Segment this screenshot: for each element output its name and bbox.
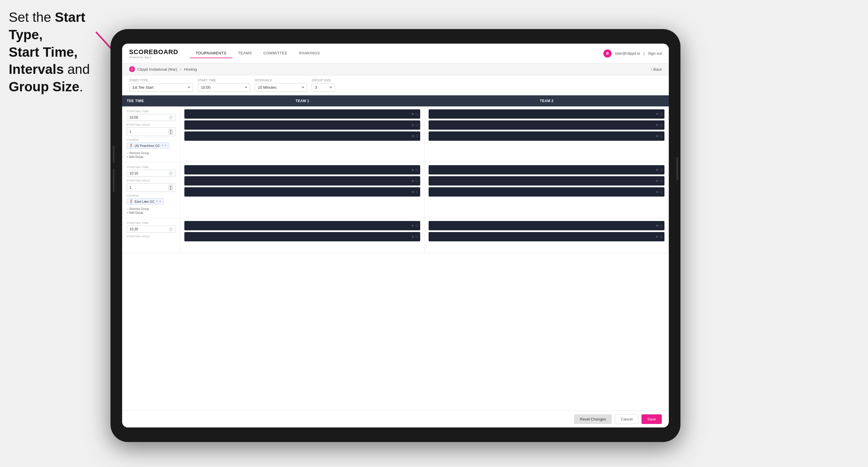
starting-hole-field-2[interactable]: 1 ▲ ▼ — [127, 183, 175, 192]
team1-cell-2: ✕ □ ✕ □ ✕ □ — [180, 162, 425, 218]
player-expand-2-2[interactable]: □ — [660, 123, 662, 127]
hole-stepper-1[interactable]: ▲ ▼ — [169, 129, 173, 135]
player-x-4-2[interactable]: ✕ — [656, 179, 658, 183]
player-row-3-1: ✕ □ — [184, 165, 420, 175]
save-button[interactable]: Save — [642, 414, 662, 424]
add-group-1[interactable]: + Add Group — [127, 155, 175, 158]
player-expand-1-3[interactable]: □ — [416, 134, 418, 138]
back-button[interactable]: ‹ Back — [651, 67, 662, 71]
course-icon-2: 🏌️ — [129, 199, 133, 203]
sign-out-link[interactable]: Sign out — [648, 51, 662, 56]
player-x-5-1[interactable]: ✕ — [411, 224, 414, 228]
player-x-4-3[interactable]: ✕ — [656, 190, 658, 194]
player-x-2-3[interactable]: ✕ — [656, 134, 658, 138]
cancel-button[interactable]: Cancel — [615, 414, 639, 424]
player-expand-6-2[interactable]: □ — [660, 235, 662, 239]
nav-separator: | — [644, 51, 644, 56]
player-expand-5-2[interactable]: □ — [416, 235, 418, 239]
player-row-3-2: ✕ □ — [184, 176, 420, 186]
player-expand-1-2[interactable]: □ — [416, 123, 418, 127]
intervals-group: Intervals 10 Minutes — [255, 79, 307, 92]
clock-icon-2: 🕐 — [169, 172, 173, 175]
player-x-2-1[interactable]: ✕ — [656, 112, 658, 116]
instruction-text-and: and — [64, 62, 90, 77]
player-expand-3-3[interactable]: □ — [416, 190, 418, 194]
instruction-bold-group-size: Group Size — [9, 79, 80, 94]
player-x-1-2[interactable]: ✕ — [411, 123, 414, 127]
course-remove-2[interactable]: ✕ — [156, 199, 158, 203]
remove-group-2[interactable]: ○ Remove Group — [127, 207, 175, 211]
hole-up-2[interactable]: ▲ — [169, 185, 173, 188]
player-row-1-1: ✕ □ — [184, 109, 420, 119]
col-team1: Team 1 — [180, 95, 425, 106]
player-row-2-1: ✕ □ — [429, 109, 664, 119]
player-x-3-3[interactable]: ✕ — [411, 190, 414, 194]
player-expand-2-3[interactable]: □ — [660, 134, 662, 138]
controls-row: Start Type 1st Tee Start Start Time 10:0… — [122, 75, 669, 95]
clock-icon-1: 🕐 — [169, 116, 173, 120]
group-actions-1: ○ Remove Group + Add Group — [127, 152, 175, 158]
player-row-1-2: ✕ □ — [184, 120, 420, 130]
instruction-bold-intervals: Intervals — [9, 62, 64, 77]
player-x-1-1[interactable]: ✕ — [411, 112, 414, 116]
instruction-bold-start-type: Start Type, — [9, 9, 85, 42]
player-expand-3-2[interactable]: □ — [416, 179, 418, 183]
player-x-6-1[interactable]: ✕ — [656, 224, 658, 228]
main-content: Tee Time Team 1 Team 2 STARTING TIME: 10… — [122, 95, 669, 411]
course-expand-2[interactable]: ▾ — [159, 199, 161, 203]
hole-down-2[interactable]: ▼ — [169, 188, 173, 190]
starting-time-field-2[interactable]: 10:10 🕐 — [127, 170, 175, 177]
player-x-3-1[interactable]: ✕ — [411, 168, 414, 172]
intervals-select[interactable]: 10 Minutes — [255, 83, 307, 92]
player-x-2-2[interactable]: ✕ — [656, 123, 658, 127]
reset-button[interactable]: Reset Changes — [574, 414, 612, 424]
player-expand-4-2[interactable]: □ — [660, 179, 662, 183]
player-expand-6-1[interactable]: □ — [660, 224, 662, 227]
starting-hole-label-3: STARTING HOLE: — [127, 235, 175, 238]
course-name-1: (A) Peachtree GC — [135, 144, 160, 148]
group-size-select[interactable]: 3 — [312, 83, 335, 92]
player-x-4-1[interactable]: ✕ — [656, 168, 658, 172]
team1-cell-1: ✕ □ ✕ □ ✕ □ — [180, 106, 425, 162]
remove-group-1[interactable]: ○ Remove Group — [127, 152, 175, 155]
player-x-1-3[interactable]: ✕ — [411, 134, 414, 138]
nav-committee[interactable]: COMMITTEE — [258, 49, 293, 58]
player-expand-4-3[interactable]: □ — [660, 190, 662, 194]
player-expand-2-1[interactable]: □ — [660, 112, 662, 116]
player-x-3-2[interactable]: ✕ — [411, 179, 414, 183]
group-size-group: Group Size 3 — [312, 79, 335, 92]
nav-tournaments[interactable]: TOURNAMENTS — [190, 49, 232, 58]
hole-up-1[interactable]: ▲ — [169, 129, 173, 132]
add-group-2[interactable]: + Add Group — [127, 211, 175, 214]
course-expand-1[interactable]: ▾ — [165, 144, 166, 148]
nav-teams[interactable]: TEAMS — [232, 49, 258, 58]
hole-stepper-2[interactable]: ▲ ▼ — [169, 185, 173, 190]
player-expand-1-1[interactable]: □ — [416, 112, 418, 116]
course-remove-1[interactable]: ✕ — [161, 144, 164, 148]
player-x-6-2[interactable]: ✕ — [656, 235, 658, 239]
start-type-label: Start Type — [129, 79, 193, 82]
player-expand-3-1[interactable]: □ — [416, 168, 418, 172]
breadcrumb-tournament[interactable]: Clippd Invitational (Mar) — [137, 67, 177, 71]
starting-time-label-2: STARTING TIME: — [127, 166, 175, 169]
group-actions-2: ○ Remove Group + Add Group — [127, 207, 175, 214]
nav-rankings[interactable]: RANKINGS — [293, 49, 326, 58]
start-type-select[interactable]: 1st Tee Start — [129, 83, 193, 92]
navbar: SCOREBOARD Powered by clipp.d TOURNAMENT… — [122, 43, 669, 63]
nav-right: B blair@clippd.io | Sign out — [603, 50, 662, 58]
logo-area: SCOREBOARD Powered by clipp.d — [129, 48, 178, 59]
start-time-select[interactable]: 10:00 — [198, 83, 250, 92]
starting-time-field-3[interactable]: 10:20 🕐 — [127, 226, 175, 232]
player-expand-4-1[interactable]: □ — [660, 168, 662, 172]
user-avatar: B — [603, 50, 612, 58]
bottom-bar: Reset Changes Cancel Save — [122, 411, 669, 428]
starting-hole-field-1[interactable]: 1 ▲ ▼ — [127, 127, 175, 136]
player-x-5-2[interactable]: ✕ — [411, 235, 414, 239]
starting-hole-label-1: STARTING HOLE: — [127, 123, 175, 126]
player-row-4-3: ✕ □ — [429, 187, 664, 196]
starting-time-field-1[interactable]: 10:00 🕐 — [127, 114, 175, 121]
breadcrumb-logo: C — [129, 66, 135, 72]
intervals-label: Intervals — [255, 79, 307, 82]
player-expand-5-1[interactable]: □ — [416, 224, 418, 227]
hole-down-1[interactable]: ▼ — [169, 132, 173, 135]
